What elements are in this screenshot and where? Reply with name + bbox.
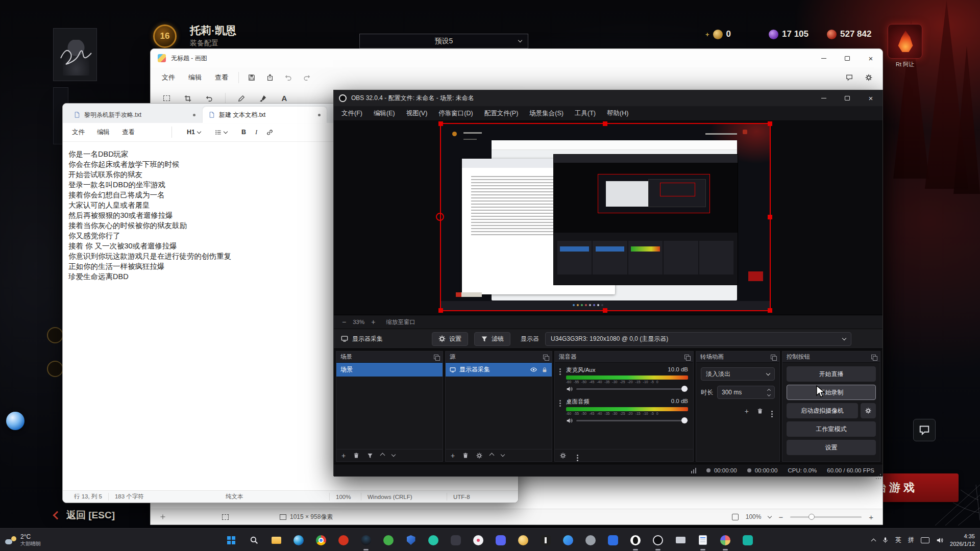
obs-menu-tools[interactable]: 工具(T) xyxy=(569,106,601,121)
remove-source-button[interactable] xyxy=(462,453,469,459)
app-icon-gray[interactable] xyxy=(584,534,597,546)
mixer-panel-header[interactable]: 混音器 xyxy=(555,352,693,363)
sources-panel-header[interactable]: 源 xyxy=(446,352,552,363)
obs-menu-file[interactable]: 文件(F) xyxy=(336,106,368,121)
obs-menu-profile[interactable]: 配置文件(P) xyxy=(479,106,524,121)
channel-menu-icon[interactable] xyxy=(559,368,561,370)
spin-down-icon[interactable] xyxy=(767,392,771,396)
source-filters-button[interactable]: 滤镜 xyxy=(474,332,510,346)
obs-titlebar[interactable]: OBS 32.0.4 - 配置文件: 未命名 - 场景: 未命名 × xyxy=(334,90,883,106)
undo-button[interactable] xyxy=(280,70,297,85)
charm-slot[interactable] xyxy=(47,327,63,343)
link-button[interactable] xyxy=(262,127,278,138)
controls-panel-header[interactable]: 控制按钮 xyxy=(782,352,880,363)
list-style-button[interactable] xyxy=(210,127,232,138)
zoom-in-button[interactable]: + xyxy=(869,513,873,521)
duration-spinner[interactable]: 300 ms xyxy=(717,386,775,399)
notepad-menu-edit[interactable]: 编辑 xyxy=(91,125,116,140)
mixer-settings-gear-icon[interactable] xyxy=(560,453,566,459)
studio-mode-button[interactable]: 工作室模式 xyxy=(787,421,876,437)
resize-handle[interactable] xyxy=(768,308,772,313)
preview-zoom-out-button[interactable]: − xyxy=(342,318,346,326)
rotate-handle[interactable] xyxy=(436,213,444,221)
paint-menu-file[interactable]: 文件 xyxy=(156,70,181,85)
app-icon-green[interactable] xyxy=(382,534,395,546)
resize-grip[interactable] xyxy=(880,474,881,475)
app-icon-dark[interactable] xyxy=(450,534,462,546)
minimize-button[interactable] xyxy=(812,49,836,67)
preview-zoom-in-button[interactable]: + xyxy=(371,318,375,326)
security-shield-icon[interactable] xyxy=(405,534,417,546)
start-virtual-camera-button[interactable]: 启动虚拟摄像机 xyxy=(787,403,858,418)
minimize-button[interactable] xyxy=(812,90,836,106)
move-scene-down-button[interactable] xyxy=(391,453,396,457)
mixer-menu-icon[interactable] xyxy=(577,455,578,456)
remove-scene-button[interactable] xyxy=(353,453,359,459)
active-source-chip[interactable]: 显示器采集 xyxy=(341,335,383,343)
obs-preview[interactable] xyxy=(334,121,883,315)
encoding[interactable]: UTF-8 xyxy=(447,493,518,500)
notepad-menu-file[interactable]: 文件 xyxy=(66,125,91,140)
obs-capture-selection[interactable] xyxy=(440,123,771,311)
app-icon-blue[interactable] xyxy=(607,534,619,546)
feedback-button[interactable] xyxy=(841,70,858,85)
transition-select[interactable]: 淡入淡出 xyxy=(701,367,775,381)
virtual-camera-settings-button[interactable] xyxy=(861,403,876,418)
maximize-button[interactable] xyxy=(836,49,859,67)
ime-english-indicator[interactable]: 英 xyxy=(895,536,901,544)
notepad-menu-view[interactable]: 查看 xyxy=(116,125,141,140)
start-recording-button[interactable]: 开始录制 xyxy=(787,385,876,400)
tab-new-document[interactable]: 新建 文本文档.txt xyxy=(203,107,327,123)
obs-menu-scene-collection[interactable]: 场景集合(S) xyxy=(524,106,569,121)
tab-dbd-guide[interactable]: 黎明杀机新手攻略.txt xyxy=(68,107,202,123)
fit-to-window-button[interactable]: 缩放至窗口 xyxy=(386,318,415,326)
paint-taskbar-icon[interactable] xyxy=(719,534,731,546)
add-source-button[interactable]: + xyxy=(451,452,455,460)
zoom-out-button[interactable]: − xyxy=(778,513,783,521)
preset-dropdown[interactable]: 预设5 xyxy=(359,34,528,48)
microphone-icon[interactable] xyxy=(882,537,889,543)
obs-menu-help[interactable]: 帮助(H) xyxy=(601,106,634,121)
player-avatar[interactable] xyxy=(53,28,97,81)
kook-icon[interactable] xyxy=(427,534,439,546)
lock-icon[interactable] xyxy=(542,367,548,373)
steam-icon[interactable] xyxy=(360,534,372,546)
volume-slider[interactable] xyxy=(576,420,688,421)
resize-handle[interactable] xyxy=(438,308,443,313)
share-button[interactable] xyxy=(261,70,279,85)
move-source-up-button[interactable] xyxy=(489,453,495,458)
zoom-level[interactable]: 100% xyxy=(746,513,762,520)
close-button[interactable]: × xyxy=(859,49,883,67)
spin-up-icon[interactable] xyxy=(767,388,771,392)
add-scene-button[interactable]: + xyxy=(341,452,346,460)
back-button[interactable]: 返回 [ESC] xyxy=(54,509,115,522)
ime-pinyin-indicator[interactable]: 拼 xyxy=(908,536,914,544)
add-transition-button[interactable]: + xyxy=(745,407,749,415)
touch-keyboard-icon[interactable] xyxy=(921,537,929,543)
heading-style-button[interactable]: H1 xyxy=(182,126,205,138)
notepad-taskbar-icon[interactable] xyxy=(697,534,709,546)
resize-handle[interactable] xyxy=(768,121,772,126)
close-button[interactable]: × xyxy=(859,90,883,106)
visibility-eye-icon[interactable] xyxy=(530,366,537,373)
clock[interactable]: 4:35 2026/1/12 xyxy=(950,533,975,548)
speaker-icon[interactable] xyxy=(566,417,573,424)
resize-handle[interactable] xyxy=(438,121,443,126)
obs-settings-button[interactable]: 设置 xyxy=(787,440,876,455)
fit-to-screen-icon[interactable] xyxy=(732,514,739,520)
settings-button[interactable] xyxy=(860,70,877,85)
paint-menu-view[interactable]: 查看 xyxy=(209,70,234,85)
zoom-slider-knob[interactable] xyxy=(808,514,815,520)
chrome-icon[interactable] xyxy=(315,534,327,546)
resize-handle[interactable] xyxy=(768,215,772,219)
start-streaming-button[interactable]: 开始直播 xyxy=(787,366,876,382)
speaker-icon[interactable] xyxy=(936,537,943,544)
volume-slider-knob[interactable] xyxy=(681,417,688,423)
transitions-panel-header[interactable]: 转场动画 xyxy=(696,352,779,363)
zoom-slider[interactable] xyxy=(790,516,862,518)
resize-handle[interactable] xyxy=(603,121,607,126)
charm-slot[interactable] xyxy=(47,361,63,377)
remove-transition-button[interactable] xyxy=(757,408,763,414)
move-scene-up-button[interactable] xyxy=(380,453,385,458)
speaker-icon[interactable] xyxy=(566,386,573,392)
